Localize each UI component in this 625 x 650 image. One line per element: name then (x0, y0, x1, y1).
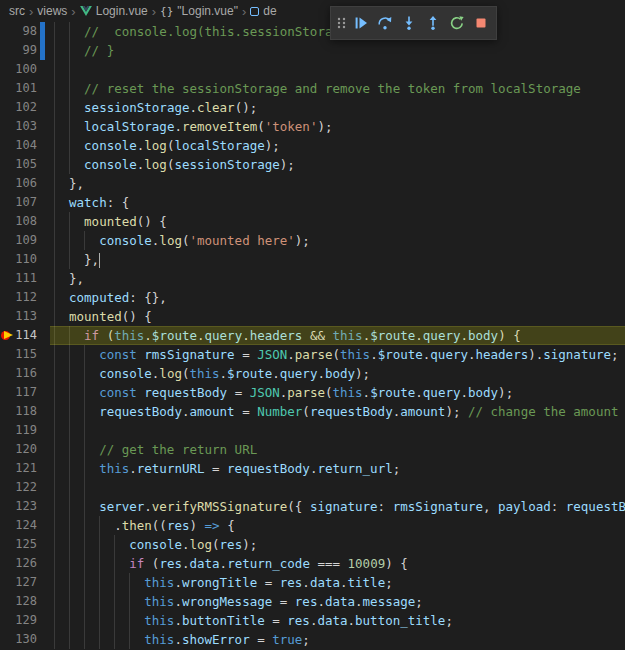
breakpoint-margin[interactable] (0, 136, 13, 155)
breakpoint-margin[interactable] (0, 459, 13, 478)
code-text[interactable] (45, 60, 625, 79)
code-text[interactable]: this.buttonTitle = res.data.button_title… (45, 611, 625, 630)
breakpoint-margin[interactable] (0, 573, 13, 592)
line-number[interactable]: 129 (13, 611, 37, 630)
code-text[interactable]: if (this.$route.query.headers && this.$r… (45, 326, 625, 345)
code-line-99[interactable]: 99// } (0, 41, 625, 60)
line-number[interactable]: 117 (13, 383, 37, 402)
code-text[interactable]: sessionStorage.clear(); (45, 98, 625, 117)
debug-continue-button[interactable] (349, 9, 373, 37)
line-number[interactable]: 124 (13, 516, 37, 535)
line-number[interactable]: 108 (13, 212, 37, 231)
code-text[interactable]: server.verifyRMSSignature({ signature: r… (45, 497, 625, 516)
line-number[interactable]: 118 (13, 402, 37, 421)
breakpoint-margin[interactable] (0, 41, 13, 60)
code-line-118[interactable]: 118requestBody.amount = Number(requestBo… (0, 402, 625, 421)
code-line-107[interactable]: 107watch: { (0, 193, 625, 212)
line-number[interactable]: 104 (13, 136, 37, 155)
line-number[interactable]: 102 (13, 98, 37, 117)
code-text[interactable]: mounted() { (45, 212, 625, 231)
code-line-101[interactable]: 101// reset the sessionStorage and remov… (0, 79, 625, 98)
debug-step-into-button[interactable] (397, 9, 421, 37)
breakpoint-margin[interactable] (0, 554, 13, 573)
code-line-123[interactable]: 123server.verifyRMSSignature({ signature… (0, 497, 625, 516)
code-text[interactable]: computed: {}, (45, 288, 625, 307)
code-line-116[interactable]: 116console.log(this.$route.query.body); (0, 364, 625, 383)
line-number[interactable]: 121 (13, 459, 37, 478)
code-text[interactable]: this.returnURL = requestBody.return_url; (45, 459, 625, 478)
breakpoint-margin[interactable] (0, 117, 13, 136)
code-line-115[interactable]: 115const rmsSignature = JSON.parse(this.… (0, 345, 625, 364)
code-line-111[interactable]: 111}, (0, 269, 625, 288)
line-number[interactable]: 105 (13, 155, 37, 174)
code-text[interactable]: console.log(localStorage); (45, 136, 625, 155)
breakpoint-margin[interactable] (0, 250, 13, 269)
code-line-121[interactable]: 121this.returnURL = requestBody.return_u… (0, 459, 625, 478)
code-line-122[interactable]: 122 (0, 478, 625, 497)
breakpoint-margin[interactable] (0, 383, 13, 402)
breakpoint-margin[interactable] (0, 98, 13, 117)
line-number[interactable]: 109 (13, 231, 37, 250)
breakpoint-margin[interactable] (0, 60, 13, 79)
toolbar-drag-handle-icon[interactable] (334, 9, 349, 37)
line-number[interactable]: 103 (13, 117, 37, 136)
code-line-104[interactable]: 104console.log(localStorage); (0, 136, 625, 155)
breakpoint-margin[interactable] (0, 592, 13, 611)
line-number[interactable]: 127 (13, 573, 37, 592)
code-line-110[interactable]: 110}, (0, 250, 625, 269)
code-text[interactable]: this.wrongTitle = res.data.title; (45, 573, 625, 592)
breadcrumb-item-object[interactable]: {} "Login.vue" (160, 4, 238, 18)
code-text[interactable]: this.wrongMessage = res.data.message; (45, 592, 625, 611)
code-line-105[interactable]: 105console.log(sessionStorage); (0, 155, 625, 174)
code-text[interactable]: console.log(sessionStorage); (45, 155, 625, 174)
code-line-119[interactable]: 119 (0, 421, 625, 440)
code-line-112[interactable]: 112computed: {}, (0, 288, 625, 307)
breakpoint-margin[interactable] (0, 516, 13, 535)
breakpoint-margin[interactable] (0, 345, 13, 364)
code-line-128[interactable]: 128this.wrongMessage = res.data.message; (0, 592, 625, 611)
code-text[interactable]: console.log(res); (45, 535, 625, 554)
breakpoint-margin[interactable] (0, 212, 13, 231)
code-text[interactable]: const requestBody = JSON.parse(this.$rou… (45, 383, 625, 402)
line-number[interactable]: 112 (13, 288, 37, 307)
debug-stop-button[interactable] (469, 9, 493, 37)
code-line-125[interactable]: 125console.log(res); (0, 535, 625, 554)
line-number[interactable]: 114 (13, 326, 37, 345)
breakpoint-margin[interactable] (0, 440, 13, 459)
code-text[interactable] (45, 421, 625, 440)
code-line-129[interactable]: 129this.buttonTitle = res.data.button_ti… (0, 611, 625, 630)
breakpoint-margin[interactable] (0, 288, 13, 307)
breakpoint-margin[interactable] (0, 269, 13, 288)
breakpoint-margin[interactable] (0, 478, 13, 497)
code-text[interactable]: }, (45, 269, 625, 288)
debug-restart-button[interactable] (445, 9, 469, 37)
breakpoint-margin[interactable] (0, 155, 13, 174)
line-number[interactable]: 107 (13, 193, 37, 212)
code-line-100[interactable]: 100 (0, 60, 625, 79)
breakpoint-margin[interactable] (0, 402, 13, 421)
code-line-108[interactable]: 108mounted() { (0, 212, 625, 231)
debug-step-out-button[interactable] (421, 9, 445, 37)
code-line-109[interactable]: 109console.log('mounted here'); (0, 231, 625, 250)
breakpoint-margin[interactable] (0, 231, 13, 250)
code-line-124[interactable]: 124.then((res) => { (0, 516, 625, 535)
code-text[interactable]: requestBody.amount = Number(requestBody.… (45, 402, 625, 421)
line-number[interactable]: 115 (13, 345, 37, 364)
line-number[interactable]: 100 (13, 60, 37, 79)
code-line-127[interactable]: 127this.wrongTitle = res.data.title; (0, 573, 625, 592)
code-line-120[interactable]: 120// get the return URL (0, 440, 625, 459)
line-number[interactable]: 110 (13, 250, 37, 269)
code-line-102[interactable]: 102sessionStorage.clear(); (0, 98, 625, 117)
code-text[interactable]: // reset the sessionStorage and remove t… (45, 79, 625, 98)
line-number[interactable]: 125 (13, 535, 37, 554)
code-text[interactable]: if (res.data.return_code === 10009) { (45, 554, 625, 573)
line-number[interactable]: 122 (13, 478, 37, 497)
breakpoint-margin[interactable] (0, 364, 13, 383)
line-number[interactable]: 128 (13, 592, 37, 611)
line-number[interactable]: 126 (13, 554, 37, 573)
breakpoint-margin[interactable] (0, 79, 13, 98)
code-text[interactable]: this.showError = true; (45, 630, 625, 649)
code-line-103[interactable]: 103localStorage.removeItem('token'); (0, 117, 625, 136)
code-line-130[interactable]: 130this.showError = true; (0, 630, 625, 649)
breakpoint-margin[interactable] (0, 611, 13, 630)
